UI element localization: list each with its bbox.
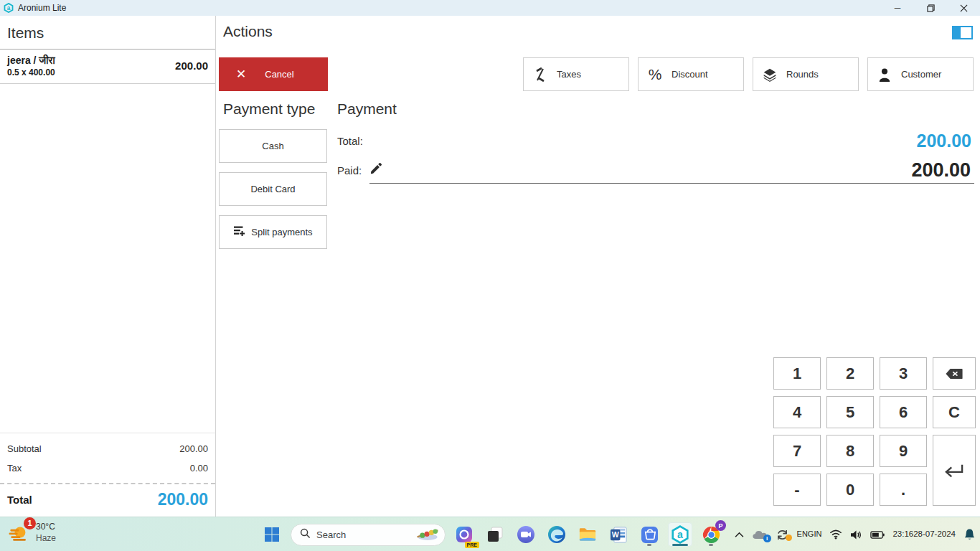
numpad-minus-button[interactable]: - (773, 474, 821, 506)
close-button[interactable] (947, 0, 980, 16)
numpad-clear-button[interactable]: C (933, 396, 976, 428)
summary-divider (0, 483, 215, 484)
split-payments-icon (233, 225, 246, 239)
notification-count-badge: 1 (24, 517, 36, 529)
chrome-profile-badge: P (715, 520, 726, 531)
search-icon (300, 528, 311, 542)
layers-icon (753, 67, 786, 82)
running-indicator (647, 544, 651, 546)
windows-taskbar: 1 30°C Haze Search PRE (0, 517, 980, 551)
app-window: a Aronium Lite ─ Items jeera / जीरा 0.5 … (0, 0, 980, 551)
clock-time: 23:16 (892, 529, 913, 540)
window-title: Aronium Lite (18, 3, 66, 13)
aronium-taskbar-icon[interactable]: a (668, 522, 692, 547)
payment-total-value: 200.00 (917, 131, 971, 151)
payment-paid-value[interactable]: 200.00 (911, 159, 971, 182)
numpad-key-0[interactable]: 0 (826, 474, 874, 506)
numpad-key-5[interactable]: 5 (826, 396, 874, 428)
onedrive-cloud-icon[interactable]: i (750, 528, 769, 542)
ms-store-icon[interactable] (637, 522, 661, 547)
payment-title: Payment (337, 100, 397, 118)
chat-app-icon[interactable] (514, 522, 538, 547)
word-icon[interactable]: W (606, 522, 631, 547)
haze-weather-icon: 1 (9, 522, 30, 544)
payment-paid-label: Paid: (337, 164, 362, 176)
search-placeholder: Search (316, 529, 409, 540)
total-label: Total (7, 494, 32, 506)
numpad-key-6[interactable]: 6 (880, 396, 927, 428)
item-name: jeera / जीरा (7, 55, 55, 67)
numpad-key-7[interactable]: 7 (773, 435, 821, 467)
numpad-key-8[interactable]: 8 (826, 435, 874, 467)
actions-panel: Actions ✕ Cancel Taxes % Discount (216, 16, 980, 517)
svg-text:a: a (7, 5, 11, 11)
cancel-button[interactable]: ✕ Cancel (219, 57, 328, 91)
item-amount: 200.00 (175, 60, 208, 72)
edit-paid-pencil-icon[interactable] (369, 162, 384, 176)
subtotal-value: 200.00 (179, 443, 208, 454)
active-app-indicator (672, 544, 688, 546)
taxes-button[interactable]: Taxes (523, 57, 629, 91)
payment-total-label: Total: (337, 135, 363, 147)
battery-icon[interactable] (869, 529, 886, 540)
numpad-key-1[interactable]: 1 (773, 357, 821, 390)
layout-toggle-icon[interactable] (952, 26, 973, 39)
copilot-pre-badge: PRE (465, 542, 479, 548)
numpad-key-3[interactable]: 3 (880, 357, 927, 390)
numpad-enter-button[interactable] (933, 435, 976, 506)
search-highlight-kebab-icon (415, 525, 440, 544)
items-panel-title: Items (0, 16, 215, 49)
tax-label: Tax (7, 463, 22, 474)
sync-alert-dot (786, 534, 792, 541)
payment-type-title: Payment type (223, 100, 315, 118)
rounds-button[interactable]: Rounds (753, 57, 859, 91)
minimize-button[interactable]: ─ (881, 0, 914, 16)
file-explorer-icon[interactable] (575, 522, 600, 547)
debit-card-button[interactable]: Debit Card (219, 172, 327, 206)
start-button[interactable] (260, 522, 284, 547)
chrome-icon[interactable]: P (699, 522, 723, 547)
item-qty-price: 0.5 x 400.00 (7, 67, 55, 77)
svg-text:W: W (611, 530, 618, 539)
weather-condition: Haze (36, 533, 56, 545)
wifi-icon[interactable] (828, 528, 844, 541)
items-panel: Items jeera / जीरा 0.5 x 400.00 200.00 S… (0, 16, 216, 517)
customer-button[interactable]: Customer (867, 57, 974, 91)
tax-value: 0.00 (190, 463, 208, 474)
cart-item-row[interactable]: jeera / जीरा 0.5 x 400.00 200.00 (0, 49, 215, 84)
no-tax-icon (524, 67, 557, 83)
cash-button[interactable]: Cash (219, 129, 327, 163)
task-view-icon[interactable] (483, 522, 507, 547)
edge-browser-icon[interactable] (545, 522, 569, 547)
subtotal-label: Subtotal (7, 443, 42, 454)
numpad-key-4[interactable]: 4 (773, 396, 821, 428)
actions-title: Actions (223, 23, 273, 40)
svg-text:a: a (677, 529, 683, 540)
tray-chevron-up-icon[interactable] (733, 530, 745, 540)
numpad-key-9[interactable]: 9 (880, 435, 927, 467)
sync-update-icon[interactable] (774, 527, 791, 542)
titlebar: a Aronium Lite ─ (0, 0, 980, 16)
split-payments-button[interactable]: Split payments (219, 215, 327, 249)
volume-icon[interactable] (849, 528, 864, 542)
taskbar-search-box[interactable]: Search (291, 524, 446, 546)
clock-widget[interactable]: 23:16 28-07-2024 (891, 527, 957, 542)
total-value: 200.00 (158, 490, 208, 509)
cloud-info-badge: i (763, 534, 771, 542)
numpad-key-2[interactable]: 2 (826, 357, 874, 390)
percent-icon: % (639, 66, 672, 83)
weather-widget[interactable]: 1 30°C Haze (4, 520, 60, 545)
numpad-dot-button[interactable]: . (880, 474, 927, 506)
running-indicator (709, 544, 713, 546)
aronium-logo-icon: a (4, 3, 14, 13)
order-summary: Subtotal 200.00 Tax 0.00 Total 200.00 (0, 433, 215, 517)
discount-button[interactable]: % Discount (638, 57, 744, 91)
clock-date: 28-07-2024 (913, 529, 956, 540)
numpad-backspace-button[interactable] (933, 357, 976, 390)
language-indicator[interactable]: ENG IN (796, 528, 824, 541)
notification-bell-icon[interactable] (962, 527, 977, 542)
restore-button[interactable] (914, 0, 947, 16)
cancel-x-icon: ✕ (236, 67, 246, 82)
copilot-icon[interactable]: PRE (452, 522, 476, 547)
weather-temperature: 30°C (36, 522, 56, 533)
